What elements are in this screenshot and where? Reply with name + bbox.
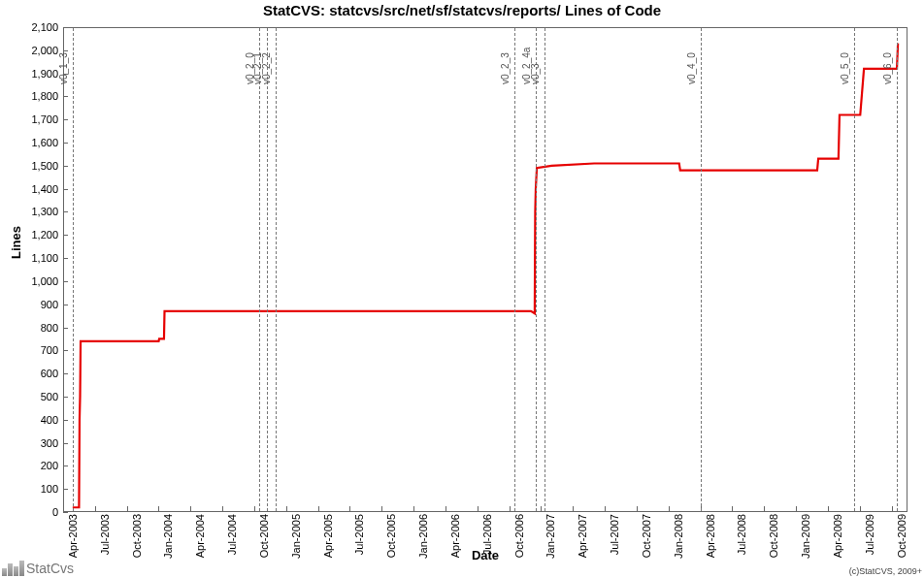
x-tick bbox=[637, 506, 638, 511]
y-axis-label: Lines bbox=[9, 226, 23, 259]
x-tick bbox=[286, 506, 287, 511]
version-marker-line bbox=[514, 28, 515, 511]
x-tick bbox=[318, 506, 319, 511]
x-tick-label: Oct-2004 bbox=[258, 514, 270, 558]
x-tick bbox=[510, 506, 511, 511]
x-tick bbox=[95, 506, 96, 511]
y-tick bbox=[63, 119, 68, 120]
y-tick bbox=[63, 211, 68, 212]
version-marker-line bbox=[701, 28, 702, 511]
y-tick-label: 900 bbox=[41, 299, 58, 310]
x-tick-label: Jan-2004 bbox=[162, 514, 174, 559]
y-tick bbox=[63, 466, 68, 466]
x-tick-label: Apr-2007 bbox=[577, 514, 588, 558]
y-tick bbox=[63, 443, 68, 444]
y-tick-label: 1,700 bbox=[31, 113, 58, 125]
version-marker-line bbox=[536, 28, 537, 511]
y-tick bbox=[63, 328, 68, 329]
y-tick-label: 800 bbox=[41, 322, 58, 334]
y-tick-label: 1,900 bbox=[31, 68, 58, 80]
version-marker-label: v0_3 bbox=[530, 63, 541, 84]
y-tick bbox=[63, 350, 68, 351]
y-tick bbox=[63, 166, 68, 167]
x-tick bbox=[541, 506, 542, 511]
version-marker-line bbox=[897, 28, 898, 511]
x-tick bbox=[63, 506, 64, 511]
x-tick-label: Apr-2009 bbox=[832, 514, 843, 558]
x-tick-label: Jul-2004 bbox=[226, 514, 238, 555]
y-tick bbox=[63, 50, 68, 51]
x-tick-label: Apr-2005 bbox=[322, 514, 334, 558]
x-tick bbox=[478, 506, 478, 511]
y-tick bbox=[63, 189, 68, 190]
x-tick bbox=[828, 506, 829, 511]
version-marker-label: v0_6_0 bbox=[882, 52, 893, 84]
x-tick-label: Jan-2008 bbox=[673, 514, 684, 559]
y-tick-label: 1,100 bbox=[31, 252, 58, 264]
x-tick bbox=[669, 506, 670, 511]
x-tick bbox=[732, 506, 733, 511]
x-tick-label: Jul-2009 bbox=[864, 514, 875, 555]
x-tick-label: Jul-2007 bbox=[609, 514, 620, 555]
version-marker-line bbox=[267, 28, 268, 511]
x-tick-label: Jan-2006 bbox=[417, 514, 429, 559]
version-marker-line bbox=[259, 28, 260, 511]
x-tick-label: Jul-2008 bbox=[736, 514, 747, 555]
y-tick-label: 2,000 bbox=[31, 45, 58, 56]
x-tick bbox=[605, 506, 606, 511]
x-tick-label: Jan-2009 bbox=[800, 514, 811, 559]
data-line bbox=[73, 44, 898, 508]
y-tick-label: 1,000 bbox=[31, 275, 58, 287]
version-marker-line bbox=[854, 28, 855, 511]
version-marker-line bbox=[544, 28, 545, 511]
x-tick-label: Apr-2003 bbox=[67, 514, 79, 558]
version-marker-line bbox=[276, 28, 277, 511]
y-tick bbox=[63, 373, 68, 374]
y-tick-label: 200 bbox=[41, 460, 58, 471]
logo-text: StatCvs bbox=[26, 561, 74, 576]
y-tick-label: 500 bbox=[41, 391, 58, 402]
version-marker-label: v0_5_0 bbox=[840, 52, 850, 84]
x-tick-label: Oct-2009 bbox=[896, 514, 908, 558]
x-tick bbox=[127, 506, 128, 511]
x-tick bbox=[413, 506, 414, 511]
y-tick bbox=[63, 281, 68, 282]
x-tick bbox=[254, 506, 255, 511]
x-tick bbox=[158, 506, 159, 511]
x-tick bbox=[764, 506, 765, 511]
chart-title: StatCVS: statcvs/src/net/sf/statcvs/repo… bbox=[0, 2, 924, 18]
y-tick bbox=[63, 143, 68, 144]
y-tick bbox=[63, 489, 68, 490]
version-marker-label: v0_1_3 bbox=[58, 52, 69, 84]
x-tick bbox=[892, 506, 893, 511]
statcvs-logo: StatCvs bbox=[2, 559, 74, 576]
y-tick-label: 400 bbox=[41, 414, 58, 426]
x-tick-label: Oct-2007 bbox=[641, 514, 652, 558]
y-tick-label: 700 bbox=[41, 344, 58, 356]
chart-root: StatCVS: statcvs/src/net/sf/statcvs/repo… bbox=[0, 0, 924, 578]
y-tick bbox=[63, 258, 68, 259]
version-marker-label: v0_2_2 bbox=[261, 52, 272, 84]
version-marker-label: v0_2_3 bbox=[500, 52, 511, 84]
x-tick-label: Jul-2005 bbox=[353, 514, 365, 555]
x-tick bbox=[573, 506, 574, 511]
logo-bars-icon bbox=[2, 559, 24, 576]
x-tick bbox=[349, 506, 350, 511]
x-tick bbox=[796, 506, 797, 511]
y-tick-label: 2,100 bbox=[31, 21, 58, 33]
x-tick-label: Jan-2005 bbox=[290, 514, 302, 559]
x-tick-label: Apr-2004 bbox=[194, 514, 206, 558]
version-marker-line bbox=[73, 28, 74, 511]
x-tick-label: Apr-2008 bbox=[705, 514, 716, 558]
y-tick bbox=[63, 305, 68, 305]
copyright-text: (c)StatCVS, 2009+ bbox=[849, 566, 922, 576]
y-tick bbox=[63, 420, 68, 421]
x-tick-label: Oct-2006 bbox=[513, 514, 525, 558]
x-tick bbox=[446, 506, 446, 511]
x-tick-label: Oct-2005 bbox=[385, 514, 397, 558]
y-tick-label: 1,400 bbox=[31, 183, 58, 195]
y-tick bbox=[63, 27, 68, 28]
y-tick-label: 600 bbox=[41, 368, 58, 379]
y-tick-label: 1,800 bbox=[31, 90, 58, 102]
y-tick-label: 1,200 bbox=[31, 229, 58, 241]
